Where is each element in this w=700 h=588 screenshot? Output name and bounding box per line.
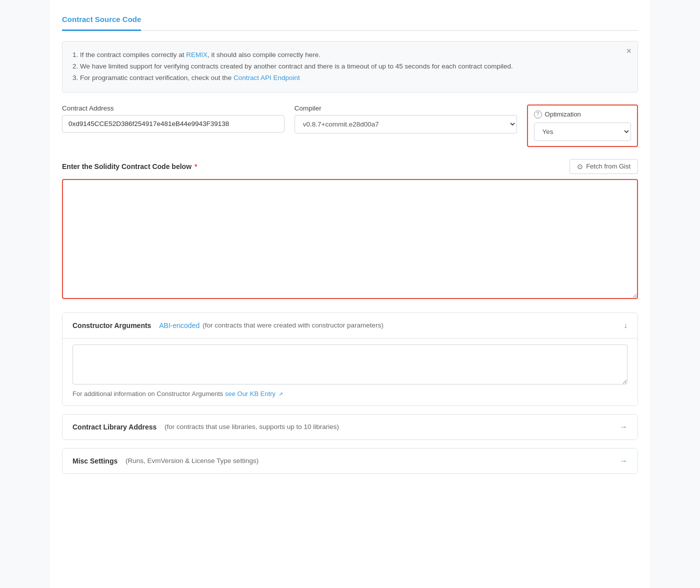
contract-address-label: Contract Address [62, 104, 284, 112]
tab-bar: Contract Source Code [62, 10, 638, 31]
fields-row: Contract Address Compiler v0.8.7+commit.… [62, 104, 638, 147]
optimization-group: ? Optimization Yes No [527, 104, 638, 147]
remix-link[interactable]: REMIX [186, 51, 208, 58]
optimization-help-icon[interactable]: ? [534, 110, 542, 118]
info-line-1: 1. If the contract compiles correctly at… [72, 50, 618, 61]
compiler-group: Compiler v0.8.7+commit.e28d00a7 v0.8.6+c… [294, 104, 517, 134]
tab-contract-source-code[interactable]: Contract Source Code [62, 10, 141, 31]
constructor-args-arrow-icon: ↓ [624, 321, 628, 330]
contract-address-group: Contract Address [62, 104, 284, 132]
api-endpoint-link[interactable]: Contract API Endpoint [234, 74, 300, 82]
compiler-label: Compiler [294, 104, 517, 112]
abi-encoded-link[interactable]: ABI-encoded [159, 322, 200, 330]
info-line-3: 3. For programatic contract verification… [72, 72, 618, 84]
misc-settings-header[interactable]: Misc Settings (Runs, EvmVersion & Licens… [62, 448, 638, 474]
contract-address-input[interactable] [62, 115, 284, 132]
constructor-args-note: For additional information on Constructo… [72, 390, 628, 398]
compiler-select[interactable]: v0.8.7+commit.e28d00a7 v0.8.6+commit.115… [294, 115, 517, 134]
library-address-section: Contract Library Address (for contracts … [62, 414, 638, 440]
misc-settings-arrow-icon: → [620, 456, 628, 466]
solidity-code-textarea[interactable] [62, 179, 638, 299]
library-address-header[interactable]: Contract Library Address (for contracts … [62, 414, 638, 440]
info-box: × 1. If the contract compiles correctly … [62, 41, 638, 92]
optimization-label: Optimization [545, 110, 581, 118]
misc-settings-section: Misc Settings (Runs, EvmVersion & Licens… [62, 448, 638, 474]
code-section-header: Enter the Solidity Contract Code below *… [62, 159, 638, 174]
constructor-args-textarea[interactable] [72, 344, 628, 384]
external-link-icon: ↗ [278, 391, 283, 397]
constructor-args-body: For additional information on Constructo… [62, 338, 638, 406]
fetch-gist-button[interactable]: ⊙ Fetch from Gist [570, 159, 638, 174]
kb-entry-link[interactable]: see Our KB Entry [225, 390, 276, 398]
optimization-select[interactable]: Yes No [534, 122, 631, 141]
library-address-arrow-icon: → [620, 422, 628, 432]
close-info-button[interactable]: × [626, 46, 632, 56]
code-section-label: Enter the Solidity Contract Code below * [62, 162, 197, 170]
constructor-args-header[interactable]: Constructor Arguments ABI-encoded (for c… [62, 313, 638, 338]
constructor-args-section: Constructor Arguments ABI-encoded (for c… [62, 312, 638, 406]
github-icon: ⊙ [577, 162, 583, 170]
info-line-2: 2. We have limited support for verifying… [72, 61, 618, 72]
